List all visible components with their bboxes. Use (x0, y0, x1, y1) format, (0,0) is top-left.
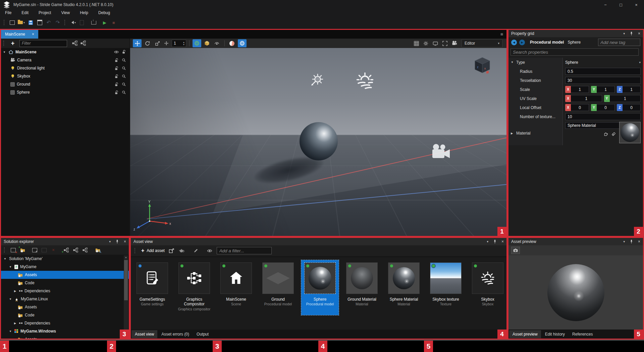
maximize-button[interactable]: □ (613, 0, 629, 9)
tab-asset-view[interactable]: Asset view (131, 330, 157, 338)
snap-move-button[interactable] (163, 39, 170, 47)
tree-item-dependencies[interactable]: ▶Dependencies (1, 287, 129, 295)
build-button[interactable]: ↓ (90, 19, 97, 26)
eye-icon[interactable] (114, 50, 119, 54)
panel-menu-icon[interactable]: ▾ (623, 32, 625, 35)
hierarchy-filter-input[interactable] (19, 40, 67, 47)
tree-item-mygame-project[interactable]: ▼#MyGame (1, 263, 129, 271)
expander-icon[interactable]: ▼ (8, 298, 12, 301)
expand-tree-icon[interactable] (72, 41, 77, 46)
scale-x-field[interactable]: X1 (565, 86, 589, 93)
add-tree-item-button[interactable]: + (63, 247, 69, 253)
window-layout-button[interactable] (36, 19, 43, 26)
type-dropdown[interactable]: Sphere▾ (565, 60, 641, 65)
asset-card-graphics-compositor[interactable]: Graphics Compositor Graphics compositor (175, 260, 213, 315)
menu-debug[interactable]: Debug (93, 10, 115, 16)
tree-item-dependencies-linux[interactable]: ▶Dependencies (1, 319, 129, 327)
add-tag-input[interactable] (598, 39, 640, 46)
directional-light-gizmo[interactable] (307, 71, 327, 91)
asset-card-skybox-texture[interactable]: Skybox texture Texture (427, 260, 465, 315)
lighting-icon[interactable] (423, 41, 428, 46)
expander-icon[interactable]: ▼ (8, 265, 12, 268)
scale-y-field[interactable]: Y1 (591, 86, 615, 93)
preview-render-area[interactable] (508, 255, 643, 330)
panel-close-icon[interactable]: × (638, 239, 640, 244)
translate-tool-button[interactable] (133, 39, 142, 47)
tree-item-sphere[interactable]: Sphere (1, 88, 129, 96)
tree-item-mainscene[interactable]: ▼ MainScene (1, 48, 129, 56)
textures-input[interactable]: 10 (565, 113, 641, 120)
camera-gizmo[interactable] (430, 144, 451, 160)
expander-icon[interactable]: ▶ (13, 290, 17, 293)
scale-z-field[interactable]: Z1 (617, 86, 641, 93)
magnifier-icon[interactable] (122, 82, 126, 87)
live-scripting-button[interactable]: ▾ (69, 19, 76, 26)
menu-help[interactable]: Help (75, 10, 93, 16)
magnifier-icon[interactable] (122, 74, 126, 79)
asset-card-sphere-selected[interactable]: Sphere Procedural model (301, 260, 339, 315)
world-space-button[interactable] (193, 39, 201, 47)
show-in-explorer-button[interactable] (95, 247, 101, 253)
pin-icon[interactable] (629, 240, 634, 244)
grid-toggle-icon[interactable] (414, 41, 419, 46)
uv-y-field[interactable]: Y1 (604, 95, 641, 102)
tree-item-directional-light[interactable]: Directional light (1, 64, 129, 72)
scroll-up-icon[interactable]: ▲ (124, 256, 128, 258)
tree-item-code[interactable]: Code (1, 279, 129, 287)
tree-item-camera[interactable]: Camera (1, 56, 129, 64)
offset-z-field[interactable]: Z0 (617, 104, 641, 111)
uv-x-field[interactable]: X1 (565, 95, 602, 102)
start-button[interactable]: ▶ (101, 19, 108, 26)
asset-filter-input[interactable] (217, 247, 272, 254)
asset-card-sphere-material[interactable]: Sphere Material Material (385, 260, 423, 315)
edit-box-button[interactable] (41, 247, 47, 253)
minimize-button[interactable]: − (598, 0, 613, 9)
skybox-gizmo[interactable] (356, 72, 374, 90)
unlock-icon[interactable] (114, 66, 119, 70)
expander-icon[interactable]: ▶ (511, 132, 515, 135)
asset-card-ground-material[interactable]: Ground Material Material (343, 260, 381, 315)
expander-icon[interactable]: ▼ (3, 257, 7, 260)
collapse-tree-icon[interactable] (80, 41, 86, 46)
camera-mode-dropdown[interactable]: Editor ▾ (462, 39, 502, 47)
offset-y-field[interactable]: Y0 (591, 104, 615, 111)
tab-references[interactable]: References (569, 330, 596, 338)
tree-item-mygame-windows[interactable]: ▼MyGame.Windows (1, 327, 129, 335)
magnifier-icon[interactable] (122, 90, 126, 95)
asset-card-skybox[interactable]: Skybox Skybox (469, 260, 506, 315)
spin-down-icon[interactable]: ▼ (183, 44, 185, 46)
undo-button[interactable]: ↶ (45, 19, 52, 26)
add-entity-button[interactable]: + (9, 40, 16, 47)
open-button[interactable]: ▾ (18, 19, 25, 26)
add-asset-button[interactable]: +Add asset (141, 248, 165, 254)
tab-asset-preview[interactable]: Asset preview (509, 330, 541, 338)
material-thumbnail[interactable] (619, 122, 641, 143)
tree-item-skybox[interactable]: Skybox (1, 72, 129, 80)
delete-button[interactable]: × (50, 247, 56, 253)
magnifier-icon[interactable] (122, 66, 126, 70)
unlock-icon[interactable] (114, 74, 119, 79)
pin-icon[interactable] (493, 240, 497, 244)
import-asset-icon[interactable] (169, 248, 174, 254)
pin-icon[interactable] (629, 32, 634, 36)
unlock-icon[interactable] (114, 90, 119, 95)
scale-tool-button[interactable] (153, 39, 162, 47)
menu-file[interactable]: File (0, 10, 16, 16)
asset-card-gamesettings[interactable]: GameSettings Game settings (133, 260, 171, 315)
pin-icon[interactable] (115, 240, 119, 244)
unlock-icon[interactable] (114, 58, 119, 62)
scrollbar-thumb[interactable] (124, 260, 128, 300)
asset-card-ground[interactable]: Ground Procedural model (259, 260, 297, 315)
radius-input[interactable]: 0.5 (565, 68, 641, 75)
stop-button[interactable]: ■ (110, 19, 117, 26)
tab-asset-errors[interactable]: Asset errors (0) (158, 330, 193, 338)
tree-item-assets-windows[interactable]: Assets (1, 335, 129, 339)
tessellation-input[interactable]: 30 (565, 77, 641, 84)
expander-icon[interactable]: ▼ (8, 330, 12, 333)
menu-project[interactable]: Project (34, 10, 56, 16)
spin-up-icon[interactable]: ▲ (183, 41, 185, 43)
navigation-globe-button[interactable] (238, 39, 247, 47)
magnifier-icon[interactable] (122, 58, 126, 62)
script-reload-button[interactable] (78, 19, 85, 26)
screen-icon[interactable] (433, 41, 438, 46)
